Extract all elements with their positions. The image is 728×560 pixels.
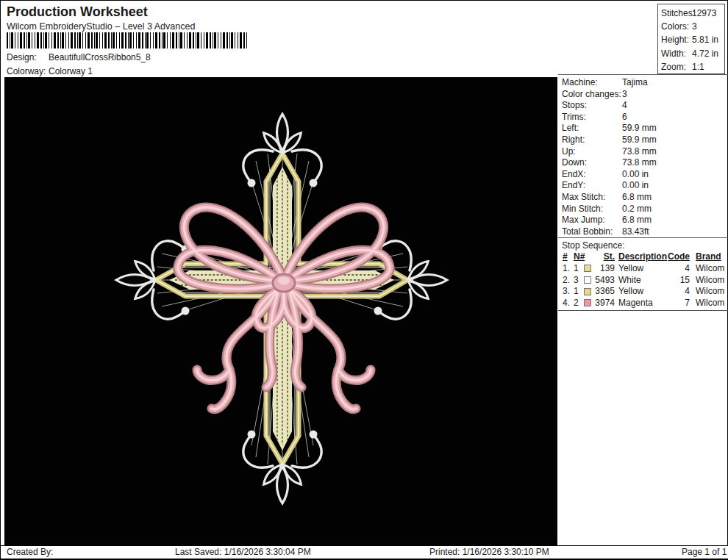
- app-version-subtitle: Wilcom EmbroideryStudio – Level 3 Advanc…: [7, 21, 195, 32]
- col-number: #: [563, 251, 573, 263]
- machine-info-list: Machine:Tajima Color changes:3 Stops:4 T…: [558, 75, 728, 238]
- machine-info-row: EndX:0.00 in: [558, 169, 728, 181]
- stat-row: Stitches:12973: [661, 7, 724, 20]
- stat-label: Colors:: [661, 21, 689, 32]
- cell-stitches: 3365: [592, 286, 615, 298]
- info-label: Color changes:: [562, 89, 621, 101]
- design-preview-canvas: [4, 77, 557, 545]
- machine-info-row: Down:73.8 mm: [558, 157, 728, 169]
- cell-number: 1.: [563, 263, 573, 275]
- info-value: 59.9 mm: [622, 134, 657, 146]
- stat-value: 4.72 in: [692, 47, 718, 60]
- info-value: 0.2 mm: [622, 204, 652, 215]
- cell-needle: 1: [574, 263, 584, 275]
- machine-info-row: Total Bobbin:83.43ft: [558, 226, 728, 238]
- machine-info-row: Max Jump:6.8 mm: [558, 215, 728, 226]
- stat-label: Height:: [661, 35, 689, 45]
- machine-info-row: Up:73.8 mm: [558, 146, 728, 158]
- thread-color-swatch: [584, 288, 591, 295]
- design-name: BeautifullCrossRibbon5_8: [49, 52, 151, 62]
- cell-number: 2.: [563, 275, 573, 287]
- stop-sequence-row: 4. 2 3974 Magenta 7 Wilcom: [558, 298, 728, 309]
- col-needle: N#: [574, 251, 584, 263]
- col-brand: Brand: [696, 251, 728, 263]
- cell-description: White: [618, 275, 670, 287]
- machine-info-row: Color changes:3: [558, 89, 728, 101]
- info-label: EndY:: [562, 180, 585, 192]
- info-value: Tajima: [622, 77, 648, 89]
- cell-code: 4: [667, 286, 690, 298]
- cell-number: 4.: [563, 298, 573, 309]
- thread-color-swatch: [584, 299, 591, 306]
- machine-info-panel: Machine:Tajima Color changes:3 Stops:4 T…: [558, 74, 728, 545]
- stat-value: 5.81 in: [692, 33, 718, 46]
- info-value: 6.8 mm: [622, 215, 652, 226]
- info-label: Total Bobbin:: [562, 226, 613, 238]
- info-value: 83.43ft: [622, 226, 649, 238]
- design-barcode: [7, 32, 248, 49]
- info-value: 4: [622, 100, 627, 112]
- info-value: 73.8 mm: [622, 157, 657, 169]
- stat-value: 3: [692, 20, 697, 33]
- info-value: 0.00 in: [622, 180, 649, 192]
- stop-sequence-table: # N# St. Description Code Brand 1. 1 139…: [558, 251, 728, 311]
- cell-stitches: 3974: [592, 298, 615, 309]
- info-label: Right:: [562, 134, 585, 146]
- page-indicator: Page 1 of 1: [682, 546, 727, 559]
- cell-stitches: 5493: [592, 275, 615, 287]
- stat-label: Zoom:: [661, 62, 686, 72]
- design-stats-box: Stitches:12973 Colors:3 Height:5.81 in W…: [657, 4, 725, 74]
- stat-row: Zoom:1:1: [661, 60, 724, 73]
- machine-info-row: Max Stitch:6.8 mm: [558, 192, 728, 204]
- machine-info-row: Stops:4: [558, 100, 728, 112]
- cell-code: 7: [667, 298, 690, 309]
- printed-text: Printed: 1/16/2026 3:30:10 PM: [429, 546, 549, 559]
- info-label: Down:: [562, 157, 587, 169]
- info-label: Stops:: [562, 100, 587, 112]
- info-label: Trims:: [562, 112, 586, 123]
- stat-value: 12973: [692, 7, 716, 20]
- info-value: 6: [622, 112, 627, 123]
- cell-brand: Wilcom: [696, 298, 728, 309]
- page-title: Production Worksheet: [7, 4, 148, 20]
- cell-needle: 2: [574, 298, 584, 309]
- info-value: 3: [622, 89, 627, 101]
- design-row: Design:BeautifullCrossRibbon5_8: [7, 52, 151, 62]
- cell-stitches: 139: [592, 263, 615, 275]
- thread-color-swatch: [584, 276, 591, 284]
- info-label: Max Jump:: [562, 215, 605, 226]
- cell-needle: 1: [574, 286, 584, 298]
- worksheet-page: Production Worksheet Wilcom EmbroiderySt…: [0, 0, 728, 560]
- cell-code: 4: [667, 263, 690, 275]
- cell-code: 15: [667, 275, 690, 287]
- colorway-row: Colorway:Colorway 1: [7, 66, 93, 76]
- machine-info-row: Right:59.9 mm: [558, 134, 728, 146]
- machine-info-row: Min Stitch:0.2 mm: [558, 204, 728, 215]
- cell-number: 3.: [563, 286, 573, 298]
- cell-brand: Wilcom: [696, 286, 728, 298]
- design-label: Design:: [7, 52, 49, 62]
- stat-label: Width:: [661, 49, 686, 59]
- stat-row: Height:5.81 in: [661, 33, 724, 46]
- col-stitches: St.: [592, 251, 615, 263]
- cell-description: Yellow: [618, 286, 670, 298]
- cell-needle: 3: [574, 275, 584, 287]
- last-saved-text: Last Saved: 1/16/2026 3:30:04 PM: [175, 546, 311, 559]
- stop-sequence-row: 2. 3 5493 White 15 Wilcom: [558, 275, 728, 287]
- col-code: Code: [667, 251, 690, 263]
- col-description: Description: [618, 251, 670, 263]
- embroidery-design: [4, 77, 557, 545]
- stop-sequence-header: # N# St. Description Code Brand: [558, 251, 728, 263]
- cell-brand: Wilcom: [696, 275, 728, 287]
- info-label: Up:: [562, 146, 576, 158]
- machine-info-row: EndY:0.00 in: [558, 180, 728, 192]
- stat-row: Width:4.72 in: [661, 47, 724, 60]
- machine-info-row: Machine:Tajima: [558, 77, 728, 89]
- thread-color-swatch: [584, 265, 591, 272]
- stat-label: Stitches:: [661, 8, 695, 18]
- info-label: Left:: [562, 123, 579, 134]
- info-value: 59.9 mm: [622, 123, 657, 134]
- info-label: Machine:: [562, 77, 598, 89]
- cell-brand: Wilcom: [696, 263, 728, 275]
- colorway-name: Colorway 1: [49, 66, 93, 76]
